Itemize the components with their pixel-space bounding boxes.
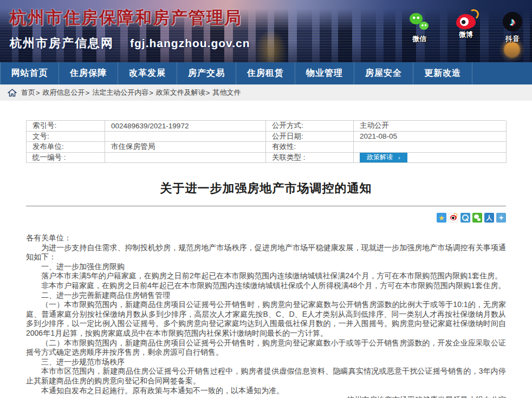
- site-title: 杭州市住房保障和房产管理局: [10, 6, 250, 29]
- signature-block: 杭州市房地产市场平稳健康发展领导小组办公室 2021年8月5日: [26, 395, 506, 398]
- signature-org: 杭州市房地产市场平稳健康发展领导小组办公室: [26, 395, 506, 398]
- nav-item-transactions[interactable]: 房产交易: [177, 62, 236, 84]
- meta-value-validity: [354, 142, 507, 153]
- meta-value-publisher: 市住保房管局: [105, 142, 266, 153]
- breadcrumb-gov-info[interactable]: 政府信息公开: [43, 88, 85, 97]
- paragraph-effective: 本通知自发布之日起施行。原有政策与本通知不一致的，以本通知为准。: [26, 386, 506, 396]
- breadcrumb-separator: >: [86, 89, 90, 97]
- nav-item-rental[interactable]: 住房租赁: [236, 62, 295, 84]
- article-title: 关于进一步加强房地产市场调控的通知: [26, 180, 506, 197]
- weibo-label: 微博: [459, 30, 473, 40]
- section-1-heading: 一、进一步加强住房限购: [26, 262, 506, 272]
- meta-value-doc-number: [105, 132, 266, 142]
- sina-weibo-share-icon[interactable]: [449, 213, 458, 223]
- renren-share-icon[interactable]: 人: [484, 213, 494, 223]
- salutation: 各有关单位：: [26, 233, 506, 243]
- article-body: 各有关单位： 为进一步支持自住需求、抑制投机炒房，规范房地产市场秩序，促进房地产…: [26, 233, 506, 395]
- meta-label-index: 索引号:: [27, 121, 105, 132]
- meta-label-validity: 有效性:: [266, 142, 354, 153]
- douyin-link[interactable]: ♪ 抖音: [503, 12, 522, 44]
- paragraph-2-1: （一）本市限购范围内，新建商品住房项目公证摇号公开销售时，购房意向登记家庭数与公…: [26, 300, 506, 338]
- nav-item-reform[interactable]: 改革发展: [118, 62, 177, 84]
- paragraph-1-1: 落户本市未满5年的户籍家庭，在购房之日前2年起已在本市限购范围内连续缴纳城镇社保…: [26, 271, 506, 281]
- title-divider: [26, 206, 506, 206]
- breadcrumb-separator: >: [149, 89, 153, 97]
- breadcrumb-separator: >: [206, 89, 210, 97]
- share-bar: ★ 人 +: [26, 213, 506, 223]
- meta-label-publisher: 发布单位:: [27, 142, 105, 153]
- douyin-label: 抖音: [505, 34, 520, 44]
- meta-value-related-type: 政策解读›: [354, 153, 507, 164]
- breadcrumb-separator: >: [36, 89, 40, 97]
- home-icon: [8, 89, 17, 97]
- meta-label-publish-date: 公开日期:: [266, 132, 354, 142]
- document-meta-table: 索引号: 002489639/2021-19972 公开方式: 主动公开 文号:…: [26, 120, 506, 163]
- breadcrumb-policy-docs[interactable]: 政策文件及解读: [156, 88, 205, 97]
- section-3-heading: 三、进一步规范市场秩序: [26, 357, 506, 367]
- main-nav: 网站首页 住房保障 改革发展 房产交易 住房租赁 物业管理 房屋安全 更新改造: [0, 62, 532, 84]
- nav-item-renewal[interactable]: 更新改造: [413, 62, 472, 84]
- breadcrumb-statutory-disclosure[interactable]: 法定主动公开内容: [92, 88, 148, 97]
- site-banner: 杭州市住房保障和房产管理局 杭州市房产信息网 fgj.hangzhou.gov.…: [0, 0, 532, 62]
- content-area: 索引号: 002489639/2021-19972 公开方式: 主动公开 文号:…: [0, 101, 532, 398]
- baidu-collect-share-icon[interactable]: [460, 213, 470, 223]
- qzone-share-icon[interactable]: ★: [437, 213, 446, 223]
- site-url: fgj.hangzhou.gov.cn: [130, 37, 250, 50]
- nav-filler: [472, 62, 532, 84]
- paragraph-2-2: （二）本市限购范围内，新建商品住房项目公证摇号公开销售时，购房意向登记家庭数小于…: [26, 338, 506, 357]
- policy-interpretation-button[interactable]: 政策解读›: [360, 153, 407, 163]
- meta-value-index: 002489639/2021-19972: [105, 121, 266, 132]
- meta-label-unified-number: 统一编号 :: [27, 153, 105, 164]
- breadcrumb-other-docs[interactable]: 其他文件: [212, 88, 241, 97]
- section-2-heading: 二、进一步完善新建商品住房销售管理: [26, 291, 506, 301]
- meta-value-publish-date: 2021-08-05: [354, 132, 507, 142]
- site-subtitle: 杭州市房产信息网: [10, 35, 114, 51]
- wechat-share-icon[interactable]: [472, 213, 482, 223]
- weibo-icon[interactable]: [456, 14, 476, 29]
- douyin-icon[interactable]: ♪: [503, 12, 522, 31]
- wechat-icon[interactable]: [410, 12, 429, 31]
- meta-label-disclosure-method: 公开方式:: [266, 121, 354, 132]
- meta-label-doc-number: 文号:: [27, 132, 105, 142]
- paragraph-1-2: 非本市户籍家庭，在购房之日前4年起已在本市限购范围内连续缴纳城镇社保或个人所得税…: [26, 281, 506, 291]
- paragraph-3-1: 本市市区范围内，新建商品住房公证摇号公开销售过程中，购房者提供虚假信息资料、隐瞒…: [26, 367, 506, 386]
- page: 杭州市住房保障和房产管理局 杭州市房产信息网 fgj.hangzhou.gov.…: [0, 0, 532, 398]
- site-identity: 杭州市住房保障和房产管理局 杭州市房产信息网 fgj.hangzhou.gov.…: [10, 6, 250, 51]
- nav-item-property-mgmt[interactable]: 物业管理: [295, 62, 354, 84]
- nav-item-housing-security[interactable]: 住房保障: [59, 62, 118, 84]
- meta-label-related-type: 关联类型 :: [266, 153, 354, 164]
- chevron-right-icon: ›: [398, 154, 400, 161]
- breadcrumb: 首页 > 政府信息公开 > 法定主动公开内容 > 政策文件及解读 > 其他文件: [0, 84, 532, 101]
- breadcrumb-home[interactable]: 首页: [21, 88, 35, 97]
- meta-value-disclosure-method: 主动公开: [354, 121, 507, 132]
- meta-value-unified-number: [105, 153, 266, 164]
- weibo-link[interactable]: 微博: [456, 12, 476, 44]
- wechat-label: 微信: [412, 34, 426, 44]
- more-share-icon[interactable]: +: [496, 213, 506, 223]
- social-links: 微信 微博 ♪ 抖音: [410, 12, 522, 44]
- wechat-link[interactable]: 微信: [410, 12, 429, 44]
- nav-item-building-safety[interactable]: 房屋安全: [354, 62, 413, 84]
- nav-item-home[interactable]: 网站首页: [0, 62, 59, 84]
- paragraph-intro: 为进一步支持自住需求、抑制投机炒房，规范房地产市场秩序，促进房地产市场平稳健康发…: [26, 243, 506, 262]
